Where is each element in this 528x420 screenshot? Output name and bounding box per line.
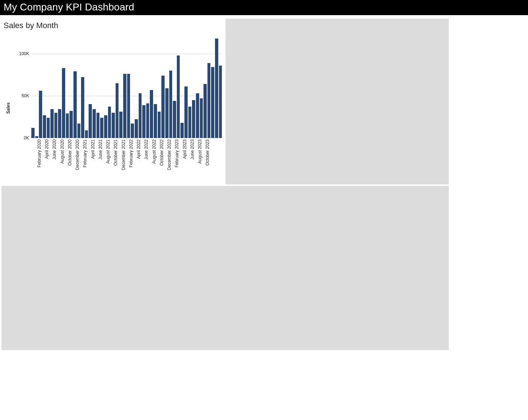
x-tick-slot: October 2023 — [203, 139, 207, 179]
chart-bar[interactable] — [58, 109, 61, 138]
chart-bar[interactable] — [31, 128, 35, 138]
chart-bar[interactable] — [100, 118, 103, 138]
chart-area: Sales 0K50K100K February 2020April 2020J… — [10, 37, 222, 179]
x-tick-slot: February 2021 — [81, 139, 84, 179]
chart-bar[interactable] — [215, 39, 218, 138]
chart-bar[interactable] — [165, 88, 169, 138]
chart-bar[interactable] — [119, 112, 122, 138]
chart-bar[interactable] — [211, 67, 214, 138]
chart-bar[interactable] — [81, 77, 84, 138]
chart-bar[interactable] — [146, 103, 149, 138]
chart-bars — [31, 37, 222, 138]
x-tick-slot — [54, 139, 58, 179]
x-tick-slot: June 2021 — [97, 139, 100, 179]
chart-bar[interactable] — [200, 98, 203, 138]
x-tick-slot: October 2021 — [112, 139, 115, 179]
x-tick-slot — [116, 139, 119, 179]
chart-bar[interactable] — [108, 107, 111, 138]
x-tick-slot — [184, 139, 188, 179]
x-tick-slot — [62, 139, 65, 179]
chart-bar[interactable] — [93, 109, 96, 138]
x-tick-slot — [146, 139, 149, 179]
chart-bar[interactable] — [139, 93, 142, 138]
chart-bar[interactable] — [116, 83, 119, 138]
x-tick-slot — [93, 139, 96, 179]
x-tick-slot — [154, 139, 157, 179]
x-tick-slot: December 2020 — [73, 139, 77, 179]
chart-bar[interactable] — [77, 124, 81, 138]
chart-bar[interactable] — [161, 76, 165, 138]
placeholder-panel-bottom — [1, 186, 449, 350]
x-tick-slot — [211, 139, 214, 179]
chart-bar[interactable] — [131, 124, 134, 138]
x-tick-slot — [108, 139, 111, 179]
x-tick-slot — [169, 139, 173, 179]
chart-bar[interactable] — [207, 63, 211, 138]
x-tick-slot — [100, 139, 103, 179]
x-tick-slot — [161, 139, 165, 179]
chart-title: Sales by Month — [1, 19, 224, 31]
chart-bar[interactable] — [85, 130, 88, 138]
x-tick-slot — [139, 139, 142, 179]
chart-bar[interactable] — [219, 66, 222, 138]
chart-bar[interactable] — [39, 91, 42, 138]
chart-bar[interactable] — [70, 111, 73, 138]
x-tick-slot — [131, 139, 134, 179]
x-tick-slot — [77, 139, 81, 179]
chart-bar[interactable] — [192, 100, 195, 138]
chart-bar[interactable] — [127, 74, 130, 138]
x-tick-slot: August 2023 — [196, 139, 199, 179]
x-tick-slot — [47, 139, 50, 179]
x-tick-slot: April 2023 — [180, 139, 184, 179]
chart-bar[interactable] — [154, 104, 157, 138]
x-tick-slot: December 2022 — [165, 139, 169, 179]
chart-bar[interactable] — [188, 107, 192, 138]
x-tick-slot — [219, 139, 222, 179]
chart-bar[interactable] — [173, 101, 176, 138]
x-tick-slot: August 2020 — [58, 139, 61, 179]
chart-bar[interactable] — [97, 113, 100, 138]
x-tick-slot — [85, 139, 88, 179]
x-tick-slot: April 2022 — [135, 139, 138, 179]
dashboard-title-bar: My Company KPI Dashboard — [0, 0, 528, 15]
x-tick-slot — [123, 139, 126, 179]
x-tick-slot — [177, 139, 180, 179]
chart-bar[interactable] — [203, 84, 207, 138]
chart-bar[interactable] — [104, 115, 107, 138]
chart-bar[interactable] — [150, 90, 153, 138]
x-tick-slot: October 2022 — [158, 139, 161, 179]
x-tick-slot: February 2022 — [127, 139, 130, 179]
gridline — [31, 138, 222, 138]
chart-bar[interactable] — [196, 93, 199, 138]
chart-bar[interactable] — [54, 113, 58, 138]
chart-bar[interactable] — [135, 119, 138, 138]
chart-bar[interactable] — [123, 74, 126, 138]
x-tick-slot: February 2023 — [173, 139, 176, 179]
placeholder-panel-top-right — [225, 19, 449, 184]
chart-bar[interactable] — [158, 112, 161, 138]
x-tick-slot: February 2020 — [35, 139, 39, 179]
chart-bar[interactable] — [73, 71, 77, 138]
chart-bar[interactable] — [112, 113, 115, 138]
chart-bar[interactable] — [180, 123, 184, 138]
y-tick-label: 0K — [11, 135, 29, 140]
chart-bar[interactable] — [43, 115, 46, 138]
x-tick-slot — [31, 139, 35, 179]
chart-bar[interactable] — [177, 55, 180, 138]
x-tick-slot: June 2023 — [188, 139, 192, 179]
y-tick-label: 50K — [11, 93, 29, 98]
x-axis-ticks: February 2020April 2020June 2020August 2… — [31, 139, 222, 179]
chart-bar[interactable] — [142, 105, 146, 138]
chart-bar[interactable] — [35, 136, 39, 138]
x-tick-slot: December 2021 — [119, 139, 122, 179]
x-tick-slot: April 2020 — [43, 139, 46, 179]
chart-bar[interactable] — [184, 86, 188, 138]
chart-bar[interactable] — [47, 118, 50, 138]
chart-bar[interactable] — [169, 71, 173, 138]
chart-bar[interactable] — [50, 109, 54, 138]
x-tick-slot: April 2021 — [89, 139, 92, 179]
chart-plot — [31, 37, 222, 138]
chart-bar[interactable] — [89, 104, 92, 138]
chart-bar[interactable] — [66, 113, 69, 138]
chart-bar[interactable] — [62, 68, 65, 138]
